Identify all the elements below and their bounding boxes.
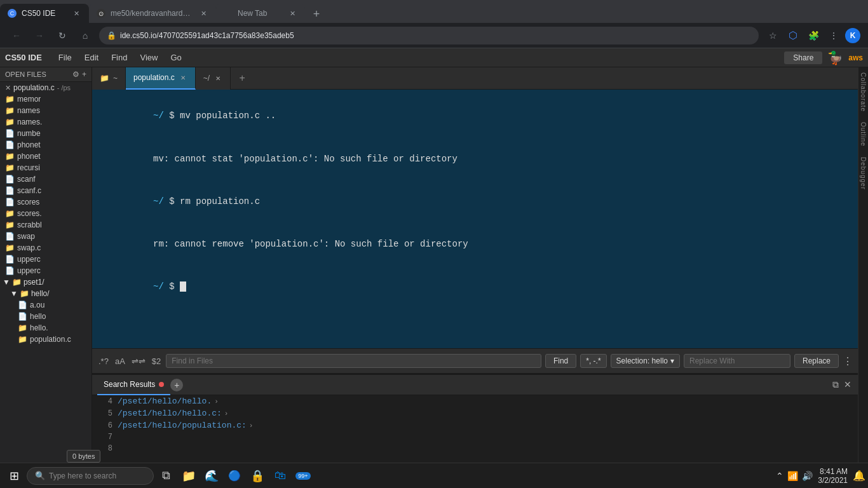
tab-github-close[interactable]: ✕ [198,8,208,18]
taskbar-security[interactable]: 🔒 [247,465,268,487]
list-item[interactable]: 📁recursi [0,162,92,173]
word-icon[interactable]: ⇌⇌ [130,355,147,367]
network-icon[interactable]: 📶 [787,471,798,481]
tab-cs50[interactable]: C CS50 IDE ✕ [0,4,89,23]
notification-button[interactable]: 🔔 [853,470,865,482]
result-arrow-icon: › [224,410,229,417]
sidebar-item-pset1[interactable]: ▼ 📁 pset1/ [0,276,92,288]
list-item[interactable]: 📁names [0,105,92,116]
taskbar-chrome[interactable]: 🔵 [224,465,245,487]
filter-button[interactable]: *, -.* [580,354,606,368]
find-input[interactable] [166,354,541,368]
duck-icon[interactable]: 🦆 [827,50,843,65]
reload-button[interactable]: ↻ [53,27,71,44]
address-bar[interactable]: 🔒 ide.cs50.io/4707025591ad43c1a7756a83e3… [99,27,759,44]
taskbar: ⊞ 🔍 Type here to search ⧉ 📁 🌊 🔵 🔒 🛍 99+ … [0,463,868,488]
list-item[interactable]: 📄swap [0,231,92,242]
close-panel-icon[interactable]: ✕ [843,378,853,391]
taskbar-store[interactable]: 🛍 [269,465,291,487]
menu-find[interactable]: Find [105,50,133,65]
add-file-icon[interactable]: + [82,70,86,79]
taskbar-task-view[interactable]: ⧉ [155,465,177,487]
list-item[interactable]: 4 /pset1/hello/hello. › [92,395,858,407]
list-item[interactable]: 5 /pset1/hello/hello.c: › [92,407,858,419]
taskbar-search[interactable]: 🔍 Type here to search [27,467,154,485]
bookmark-star-button[interactable]: ☆ [764,27,782,44]
puzzle-button[interactable]: 🧩 [804,27,822,44]
maximize-panel-icon[interactable]: ⧉ [831,378,840,391]
find-button[interactable]: Find [545,354,576,368]
list-item[interactable]: 📁swap.c [0,242,92,254]
list-item[interactable]: 8 [92,443,858,454]
list-item[interactable]: 📄scanf.c [0,185,92,196]
menu-view[interactable]: View [133,50,164,65]
tab-newtab[interactable]: New Tab ✕ [216,4,305,23]
profile-button[interactable]: K [845,28,860,43]
tab-population-c[interactable]: population.c ✕ [126,67,196,90]
tab-home[interactable]: ~/ ✕ [196,67,231,90]
add-panel-button[interactable]: + [170,379,183,391]
home-button[interactable]: ⌂ [76,27,94,44]
selection-dropdown[interactable]: Selection: hello ▾ [611,354,680,368]
list-item[interactable]: 7 [92,431,858,443]
list-item[interactable]: 📁scrabbl [0,219,92,231]
menu-file[interactable]: File [52,50,78,65]
list-item[interactable]: 📁phonet [0,151,92,162]
list-item[interactable]: 📄a.ou [0,299,92,311]
list-item[interactable]: 📄scores [0,196,92,208]
replace-input[interactable] [684,354,790,368]
taskbar-clock[interactable]: 8:41 AM 3/2/2021 [818,467,848,485]
new-tab-button[interactable]: + [308,5,325,23]
list-item[interactable]: 📄scanf [0,173,92,185]
settings-icon[interactable]: ⚙ [72,70,79,79]
folder-icon: 📁 [20,289,29,298]
population-tab-close[interactable]: ✕ [179,73,187,82]
case-icon[interactable]: aA [114,355,126,367]
list-item[interactable]: 📄phonet [0,139,92,151]
list-item[interactable]: 📄upperc [0,265,92,276]
outline-label[interactable]: Outline [858,117,868,152]
list-item[interactable]: 📁population.c [0,334,92,345]
home-tab-close[interactable]: ✕ [214,74,222,83]
selection-label: Selection: hello [616,356,668,365]
extensions-button[interactable]: ⬡ [784,27,802,44]
taskbar-badge-app[interactable]: 99+ [292,465,314,487]
sidebar-item-hello[interactable]: ▼ 📁 hello/ [0,288,92,299]
tab-cs50-close[interactable]: ✕ [71,8,81,18]
find-options-icon[interactable]: ⋮ [843,355,853,367]
list-item[interactable]: 📄hello [0,311,92,322]
forward-button[interactable]: → [31,27,48,44]
chevron-up-icon[interactable]: ⌃ [776,471,783,481]
share-button[interactable]: Share [784,51,822,64]
debugger-label[interactable]: Debugger [858,152,868,195]
start-button[interactable]: ⊞ [3,464,25,487]
expand-icon: ▼ [3,278,10,287]
replace-button[interactable]: Replace [794,354,839,368]
browser-menu-button[interactable]: ⋮ [825,27,843,44]
taskbar-file-explorer[interactable]: 📁 [178,465,200,487]
open-file-population[interactable]: ✕ population.c - /ps [0,82,92,93]
close-file-icon[interactable]: ✕ [5,84,11,92]
tab-folder[interactable]: 📁 ~ [92,67,126,90]
add-tab-button[interactable]: + [233,69,251,87]
dollar-icon[interactable]: $2 [151,355,162,367]
list-item[interactable]: 📄upperc [0,254,92,265]
menu-edit[interactable]: Edit [78,50,105,65]
collaborate-label[interactable]: Collaborate [858,67,868,117]
volume-icon[interactable]: 🔊 [802,471,813,481]
menu-go[interactable]: Go [164,50,187,65]
back-button[interactable]: ← [8,27,25,44]
list-item[interactable]: 6 /pset1/hello/population.c: › [92,419,858,431]
tab-newtab-close[interactable]: ✕ [287,8,297,18]
list-item[interactable]: 📁hello. [0,322,92,334]
regex-icon[interactable]: .*? [97,355,110,367]
list-item[interactable]: 📄numbe [0,128,92,139]
taskbar-edge[interactable]: 🌊 [201,465,222,487]
folder-icon: 📁 [18,323,27,332]
list-item[interactable]: 📁scores. [0,208,92,219]
search-results-tab[interactable]: Search Results [97,375,170,395]
terminal[interactable]: ~/ $ mv population.c .. mv: cannot stat … [92,90,858,348]
tab-github[interactable]: ⊙ me50/kendravanhardenberg ✕ [89,4,216,23]
list-item[interactable]: 📁names. [0,116,92,128]
list-item[interactable]: 📁memor [0,93,92,105]
